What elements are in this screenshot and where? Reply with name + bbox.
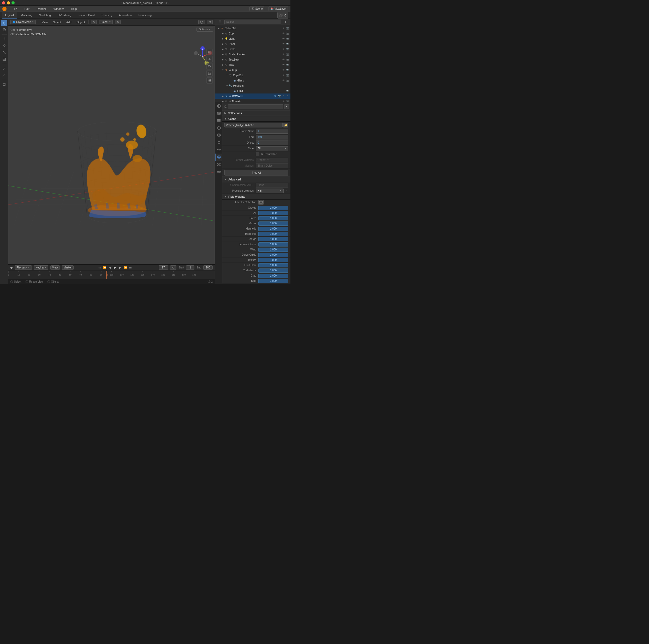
jump-end-button[interactable]: ⏭ xyxy=(129,266,133,270)
vp-fly-camera[interactable] xyxy=(206,56,213,63)
render-toggle[interactable]: 📷 xyxy=(286,26,290,30)
render-toggle[interactable]: 📷 xyxy=(286,42,290,46)
visibility-toggle[interactable]: 👁 xyxy=(282,26,285,30)
workspace-texture-paint[interactable]: Texture Paint xyxy=(75,12,98,18)
tool-transform[interactable] xyxy=(1,56,7,63)
type-select[interactable]: All ▼ xyxy=(256,146,288,151)
fw-bar-3[interactable]: 1.000 xyxy=(258,222,288,226)
tab-modifier[interactable] xyxy=(215,146,222,154)
compression-value[interactable]: Blosc • xyxy=(256,183,288,188)
outliner-filter[interactable]: ▼ xyxy=(283,19,288,25)
play-button[interactable] xyxy=(113,266,117,270)
prev-keyframe-button[interactable]: ⏪ xyxy=(102,266,107,270)
tool-select[interactable] xyxy=(1,20,7,26)
resumable-checkbox[interactable] xyxy=(256,153,259,156)
menu-edit[interactable]: Edit xyxy=(23,7,31,11)
render-toggle[interactable]: 📷 xyxy=(286,32,290,35)
tab-physics[interactable] xyxy=(215,154,222,161)
object-mode-dropdown[interactable]: 🔷 Object Mode ▼ xyxy=(10,20,36,24)
close-button[interactable] xyxy=(2,1,5,4)
visibility-toggle[interactable]: 👁 xyxy=(273,94,277,98)
vp-camera-view[interactable] xyxy=(206,63,213,70)
menu-window[interactable]: Window xyxy=(52,7,65,11)
outliner-item-cube005[interactable]: ▶ ▼ Cube.005 👁 📷 xyxy=(215,26,291,31)
render-toggle[interactable]: 📷 xyxy=(286,73,290,77)
free-all-button[interactable]: Free All xyxy=(224,170,288,175)
outliner-item-modifiers[interactable]: ▼ 🔧 Modifiers xyxy=(215,83,291,88)
fw-bar-9[interactable]: 1.000 xyxy=(258,253,288,257)
jump-start-button[interactable]: ⏮ xyxy=(97,266,101,270)
tab-view-layer[interactable] xyxy=(215,117,222,124)
vp-render-preview[interactable] xyxy=(206,70,213,77)
menu-render[interactable]: Render xyxy=(35,7,48,11)
section-cache[interactable]: ▼ Cache xyxy=(222,116,291,122)
meshes-value[interactable]: Binary Object xyxy=(256,163,288,168)
render-toggle[interactable]: 📷 xyxy=(286,99,290,102)
vp-object[interactable]: Object xyxy=(75,20,86,24)
outliner-item-wdomain2[interactable]: ▶ ▽ W Domain 👁 📷 xyxy=(215,99,291,102)
next-frame-button[interactable]: ▶ xyxy=(118,266,122,270)
overlay-toggle[interactable]: ⊞ xyxy=(207,20,213,24)
options-button[interactable]: Options ▼ xyxy=(197,27,213,32)
cache-path-input[interactable] xyxy=(224,123,283,127)
transform-pivot[interactable]: ⊙ xyxy=(91,20,96,24)
visibility-toggle[interactable]: 👁 xyxy=(282,58,285,62)
workspace-modeling[interactable]: Modeling xyxy=(17,12,36,18)
render-toggle[interactable]: 📷 xyxy=(286,79,290,82)
props-filter-btn[interactable]: ▼ xyxy=(284,105,289,109)
end-frame-input[interactable]: 180 xyxy=(203,265,213,270)
fw-bar-11[interactable]: 1.000 xyxy=(258,263,288,268)
next-keyframe-button[interactable]: ⏩ xyxy=(123,266,128,270)
marker-dropdown[interactable]: Marker xyxy=(62,265,74,270)
offset-value[interactable]: 0 xyxy=(256,140,288,145)
fw-bar-4[interactable]: 1.000 xyxy=(258,227,288,231)
outliner-item-plane[interactable]: ▶ ▽ Plane 👁 📷 xyxy=(215,41,291,46)
tool-scale[interactable] xyxy=(1,49,7,55)
effector-icon-btn[interactable] xyxy=(258,200,264,205)
precision-extra[interactable]: • xyxy=(284,189,288,193)
tool-measure[interactable] xyxy=(1,72,7,78)
visibility-toggle[interactable]: 👁 xyxy=(282,32,285,35)
workspace-shading[interactable]: Shading xyxy=(98,12,115,18)
section-advanced[interactable]: ▼ Advanced xyxy=(222,176,291,182)
render-toggle[interactable]: 📷 xyxy=(286,68,290,72)
fw-bar-5[interactable]: 1.000 xyxy=(258,232,288,236)
render-toggle[interactable]: 📷 xyxy=(286,89,290,93)
fw-bar-8[interactable]: 1.000 xyxy=(258,248,288,252)
precision-select[interactable]: Half ▼ xyxy=(256,189,284,193)
keying-dropdown[interactable]: Keying ▼ xyxy=(34,265,48,270)
maximize-button[interactable] xyxy=(11,1,15,4)
minimize-button[interactable] xyxy=(7,1,10,4)
cache-path-folder[interactable]: 📁 xyxy=(283,123,288,127)
select-toggle[interactable]: ⊙ xyxy=(282,94,285,98)
render-toggle[interactable]: 📷 xyxy=(277,94,281,98)
visibility-toggle[interactable]: 👁 xyxy=(282,52,285,56)
format-volumes-value[interactable]: OpenVDB xyxy=(256,158,288,162)
section-collections[interactable]: ▶ Collections xyxy=(222,110,291,116)
frame-start-value[interactable]: 1 xyxy=(256,129,288,134)
workspace-layout[interactable]: Layout xyxy=(2,12,17,18)
prev-frame-button[interactable]: ◀ xyxy=(108,266,112,270)
fw-bar-12[interactable]: 1.000 xyxy=(258,269,288,273)
outliner-item-fluid[interactable]: ◉ Fluid 📷 xyxy=(215,88,291,93)
window-controls[interactable] xyxy=(2,1,15,4)
visibility-toggle[interactable]: 👁 xyxy=(282,37,285,40)
tool-add-cube[interactable] xyxy=(1,81,7,87)
outliner-item-cup001[interactable]: ▼ ▽ Cup.001 👁 📷 xyxy=(215,73,291,78)
workspace-uv-editing[interactable]: UV Editing xyxy=(54,12,74,18)
timeline-ruler[interactable]: 0 10 20 30 40 50 60 70 xyxy=(8,271,215,279)
visibility-toggle[interactable]: 👁 xyxy=(282,79,285,82)
menu-file[interactable]: File xyxy=(11,7,19,11)
fw-bar-1[interactable]: 1.000 xyxy=(258,211,288,215)
fw-bar-13[interactable]: 1.000 xyxy=(258,274,288,278)
props-search-input[interactable] xyxy=(228,105,283,109)
visibility-toggle[interactable]: 👁 xyxy=(282,99,285,102)
timeline-view-dropdown[interactable]: View xyxy=(50,265,60,270)
tool-annotate[interactable] xyxy=(1,65,7,72)
fw-bar-6[interactable]: 1.000 xyxy=(258,237,288,241)
workspace-animation[interactable]: Animation xyxy=(116,12,135,18)
outliner-item-testbowl[interactable]: ▶ ▽ TestBowl 👁 📷 xyxy=(215,57,291,62)
tool-rotate[interactable] xyxy=(1,43,7,49)
visibility-toggle[interactable]: 👁 xyxy=(282,47,285,51)
fw-bar-7[interactable]: 1.000 xyxy=(258,242,288,246)
